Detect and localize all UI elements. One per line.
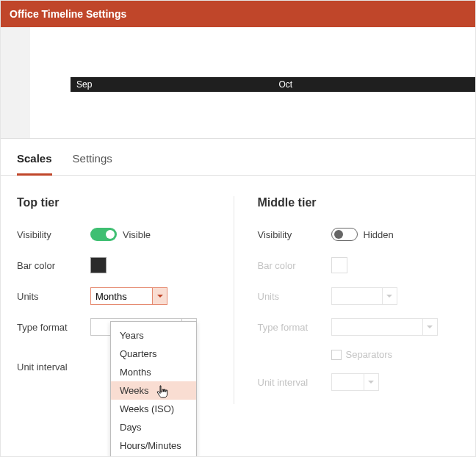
dropdown-item-years[interactable]: Years [111,326,196,345]
middle-barcolor-label: Bar color [258,260,331,271]
middle-tier-panel: Middle tier Visibility Hidden Bar color … [234,196,460,404]
dropdown-item-weeks-iso[interactable]: Weeks (ISO) [111,400,196,418]
timeline-scale-bar: Sep Oct [71,77,475,92]
middle-visibility-label: Visibility [258,229,331,240]
top-barcolor-swatch[interactable] [90,257,107,273]
middle-interval-select [331,373,379,391]
top-tier-title: Top tier [17,196,219,209]
top-interval-label: Unit interval [17,361,90,373]
top-barcolor-label: Bar color [17,260,90,271]
dropdown-item-days[interactable]: Days [111,418,196,436]
middle-visibility-state: Hidden [364,229,394,240]
tab-scales[interactable]: Scales [17,152,52,176]
top-visibility-toggle[interactable] [90,228,117,241]
top-typeformat-label: Type format [17,322,90,333]
chevron-down-icon [153,287,167,305]
middle-barcolor-swatch [331,257,347,273]
timeline-month-sep: Sep [71,77,273,92]
top-visibility-label: Visibility [17,229,90,240]
middle-separators-label: Separators [346,349,393,360]
dropdown-item-quarters[interactable]: Quarters [111,345,196,363]
middle-separators-row: Separators [258,349,460,360]
preview-left-gutter [1,27,30,138]
units-dropdown: Years Quarters Months Weeks Weeks (ISO) … [110,321,197,457]
middle-separators-checkbox [331,350,342,360]
window-titlebar: Office Timeline Settings [1,1,475,27]
dropdown-item-hours-minutes[interactable]: Hours/Minutes [111,436,196,455]
middle-typeformat-value [331,318,423,336]
middle-typeformat-label: Type format [258,322,331,333]
scales-content: Top tier Visibility Visible Bar color Un… [1,176,475,404]
top-tier-panel: Top tier Visibility Visible Bar color Un… [17,196,234,404]
window-title: Office Timeline Settings [10,8,126,20]
dropdown-item-months[interactable]: Months [111,363,196,381]
timeline-month-oct: Oct [273,77,476,92]
top-units-select[interactable]: Months [90,287,167,305]
timeline-preview: Sep Oct [1,27,475,139]
middle-interval-value [331,373,364,391]
middle-visibility-toggle[interactable] [331,228,358,241]
middle-units-select [331,287,397,305]
top-visibility-state: Visible [123,229,151,240]
middle-interval-label: Unit interval [258,377,331,388]
chevron-down-icon [423,318,438,336]
tab-strip: Scales Settings [1,139,475,176]
chevron-down-icon [383,287,397,305]
dropdown-item-weeks[interactable]: Weeks [111,381,196,400]
middle-units-label: Units [258,291,331,302]
top-units-value: Months [90,287,153,305]
middle-typeformat-select [331,318,438,336]
tab-settings[interactable]: Settings [73,152,112,175]
middle-units-value [331,287,383,305]
top-units-label: Units [17,291,90,302]
middle-tier-title: Middle tier [258,196,460,209]
chevron-down-icon [364,373,379,391]
